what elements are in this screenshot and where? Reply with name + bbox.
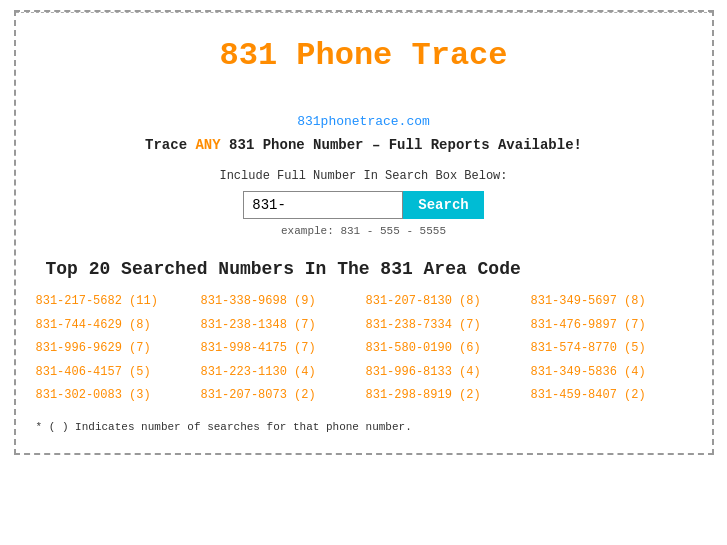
number-link[interactable]: 831-338-9698 (9) [201, 291, 362, 313]
number-link[interactable]: 831-298-8919 (2) [366, 385, 527, 407]
number-link[interactable]: 831-996-8133 (4) [366, 362, 527, 384]
top20-title: Top 20 Searched Numbers In The 831 Area … [16, 259, 712, 279]
number-link[interactable]: 831-996-9629 (7) [36, 338, 197, 360]
number-link[interactable]: 831-998-4175 (7) [201, 338, 362, 360]
search-example: example: 831 - 555 - 5555 [16, 225, 712, 237]
footnote: * ( ) Indicates number of searches for t… [16, 421, 712, 433]
number-link[interactable]: 831-302-0083 (3) [36, 385, 197, 407]
number-link[interactable]: 831-406-4157 (5) [36, 362, 197, 384]
number-link[interactable]: 831-217-5682 (11) [36, 291, 197, 313]
tagline: Trace ANY 831 Phone Number – Full Report… [16, 137, 712, 153]
number-link[interactable]: 831-238-7334 (7) [366, 315, 527, 337]
tagline-prefix: Trace [145, 137, 195, 153]
number-link[interactable]: 831-238-1348 (7) [201, 315, 362, 337]
number-link[interactable]: 831-580-0190 (6) [366, 338, 527, 360]
main-container: 831 Phone Trace 831phonetrace.com Trace … [14, 10, 714, 455]
site-url: 831phonetrace.com [16, 114, 712, 129]
number-link[interactable]: 831-349-5697 (8) [531, 291, 692, 313]
search-input[interactable] [243, 191, 403, 219]
number-link[interactable]: 831-459-8407 (2) [531, 385, 692, 407]
search-row: Search [16, 191, 712, 219]
number-link[interactable]: 831-744-4629 (8) [36, 315, 197, 337]
number-link[interactable]: 831-207-8130 (8) [366, 291, 527, 313]
tagline-suffix: 831 Phone Number – Full Reports Availabl… [221, 137, 582, 153]
tagline-any: ANY [195, 137, 220, 153]
number-link[interactable]: 831-349-5836 (4) [531, 362, 692, 384]
number-link[interactable]: 831-574-8770 (5) [531, 338, 692, 360]
number-link[interactable]: 831-207-8073 (2) [201, 385, 362, 407]
search-label: Include Full Number In Search Box Below: [16, 169, 712, 183]
page-title: 831 Phone Trace [16, 13, 712, 84]
search-button[interactable]: Search [403, 191, 483, 219]
number-link[interactable]: 831-476-9897 (7) [531, 315, 692, 337]
number-link[interactable]: 831-223-1130 (4) [201, 362, 362, 384]
numbers-grid: 831-217-5682 (11)831-338-9698 (9)831-207… [16, 291, 712, 407]
